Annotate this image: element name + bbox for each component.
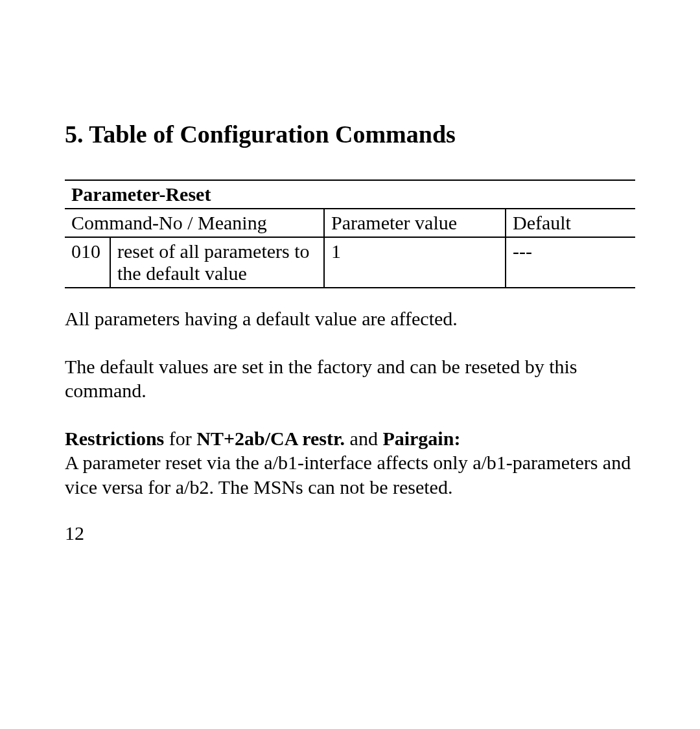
restrictions-block: Restrictions for NT+2ab/CA restr. and Pa… — [65, 426, 635, 500]
cell-default: --- — [506, 237, 635, 288]
cell-command-no: 010 — [65, 237, 110, 288]
page-number: 12 — [65, 522, 635, 544]
restrictions-for: for — [164, 428, 196, 449]
header-command: Command-No / Meaning — [65, 209, 324, 237]
table-header-row: Command-No / Meaning Parameter value Def… — [65, 209, 635, 237]
table-row: 010 reset of all parameters to the defau… — [65, 237, 635, 288]
paragraph-affected: All parameters having a default value ar… — [65, 307, 635, 331]
table-title-row: Parameter-Reset — [65, 180, 635, 209]
header-default: Default — [506, 209, 635, 237]
cell-parameter-value: 1 — [324, 237, 506, 288]
restrictions-device1: NT+2ab/CA restr. — [196, 428, 345, 449]
table-title: Parameter-Reset — [65, 180, 635, 209]
restrictions-device2: Pairgain: — [382, 428, 460, 449]
cell-meaning: reset of all parameters to the default v… — [110, 237, 324, 288]
restrictions-and: and — [345, 428, 382, 449]
restrictions-body: A parameter reset via the a/b1-interface… — [65, 452, 631, 498]
config-commands-table: Parameter-Reset Command-No / Meaning Par… — [65, 179, 635, 288]
restrictions-label: Restrictions — [65, 428, 164, 449]
section-heading: 5. Table of Configuration Commands — [65, 120, 635, 148]
paragraph-factory: The default values are set in the factor… — [65, 354, 635, 403]
header-parameter-value: Parameter value — [324, 209, 506, 237]
